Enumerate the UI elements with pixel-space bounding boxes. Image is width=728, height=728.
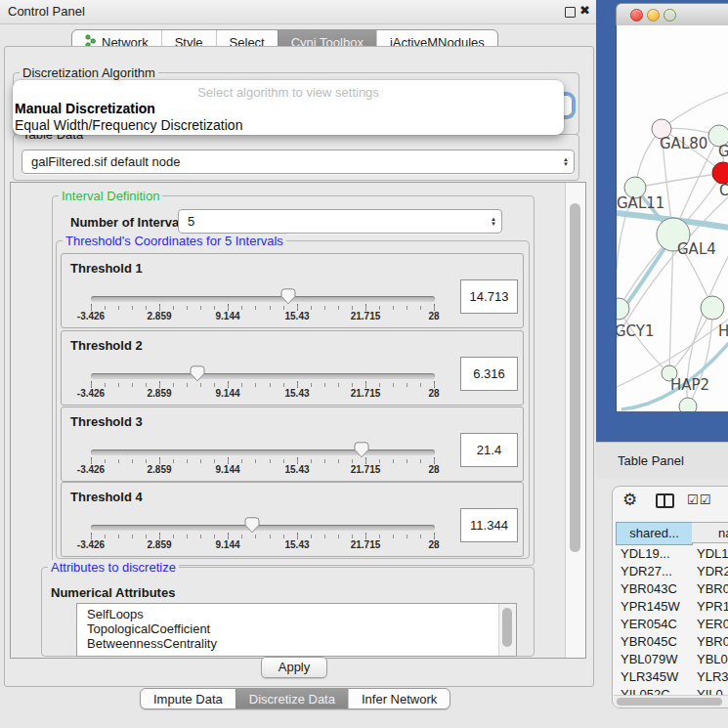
table-hscrollbar[interactable] bbox=[614, 695, 728, 707]
tick-label: -3.426 bbox=[77, 311, 105, 321]
settings-vscrollbar[interactable] bbox=[565, 183, 585, 658]
tab-infer-network-label: Infer Network bbox=[362, 692, 437, 707]
tick-label: 2.859 bbox=[147, 311, 171, 321]
network-window-titlebar[interactable] bbox=[616, 3, 728, 27]
threshold-4-value[interactable]: 11.344 bbox=[460, 508, 518, 542]
threshold-1-label: Threshold 1 bbox=[70, 261, 143, 276]
label-hap2: HAP2 bbox=[670, 376, 709, 394]
label-gcy1: GCY1 bbox=[617, 322, 655, 340]
tab-discretize-data-label: Discretize Data bbox=[249, 692, 335, 707]
tick-label: 15.43 bbox=[284, 539, 309, 550]
apply-button[interactable]: Apply bbox=[261, 657, 327, 678]
slider-tick-labels: -3.426 2.859 9.144 15.43 21.715 28 bbox=[91, 311, 435, 322]
screenshot-root: Control Panel ✖ Network Style Select Cyn… bbox=[0, 0, 728, 728]
tick-label: 21.715 bbox=[351, 464, 381, 475]
tab-discretize-data[interactable]: Discretize Data bbox=[236, 689, 348, 708]
table-row[interactable]: YDR27...YDR2 bbox=[613, 563, 728, 580]
popup-option-manual-discretization[interactable]: Manual Discretization bbox=[15, 101, 155, 116]
minimize-window-icon[interactable] bbox=[647, 9, 660, 21]
cell: YBR0 bbox=[697, 580, 728, 598]
threshold-4-slider[interactable] bbox=[91, 525, 435, 531]
cell: YER0 bbox=[697, 616, 728, 633]
tick-label: 21.715 bbox=[351, 388, 381, 399]
table-rows[interactable]: YDL19...YDL1 YDR27...YDR2 YBR043CYBR0 YP… bbox=[613, 545, 728, 695]
table-data-group: Table Data galFiltered.sif default node … bbox=[13, 134, 579, 181]
threshold-2-value[interactable]: 6.316 bbox=[460, 357, 518, 391]
table-row[interactable]: YBL079WYBL0 bbox=[613, 651, 728, 668]
table-hscrollbar-thumb[interactable] bbox=[617, 698, 722, 706]
list-item[interactable]: TopologicalCoefficient bbox=[77, 621, 516, 636]
tick-label: 28 bbox=[428, 464, 439, 475]
attributes-list-scrollbar-thumb[interactable] bbox=[502, 608, 512, 647]
network-canvas[interactable]: GAL80 G C GAL11 GAL4 GCY1 H HAP2 bbox=[616, 25, 728, 411]
threshold-3-slider[interactable] bbox=[91, 450, 435, 455]
close-icon[interactable]: ✖ bbox=[579, 3, 590, 18]
cell: YBR045C bbox=[613, 633, 697, 651]
cell: YIL0 bbox=[697, 686, 723, 695]
threshold-4-slider-thumb[interactable] bbox=[244, 517, 260, 534]
tick-label: -3.426 bbox=[77, 388, 105, 399]
combo-stepper-icon: ▲▼ bbox=[558, 157, 574, 167]
numerical-attributes-list[interactable]: SelfLoops TopologicalCoefficient Between… bbox=[76, 603, 517, 657]
cell: YLR345W bbox=[613, 668, 697, 686]
threshold-1-slider[interactable] bbox=[91, 296, 435, 302]
close-window-icon[interactable] bbox=[630, 9, 643, 21]
attributes-list-scrollbar[interactable] bbox=[498, 604, 516, 656]
cell: YDR2 bbox=[697, 563, 728, 580]
cell: YER054C bbox=[613, 616, 697, 633]
cell: YDL1 bbox=[697, 545, 728, 563]
table-row[interactable]: YDL19...YDL1 bbox=[613, 545, 728, 563]
tab-impute-data[interactable]: Impute Data bbox=[141, 689, 236, 708]
table-row[interactable]: YBR043CYBR0 bbox=[613, 580, 728, 598]
column-header-name[interactable]: na bbox=[692, 522, 728, 543]
label-gal4: GAL4 bbox=[677, 240, 716, 258]
threshold-2-slider-thumb[interactable] bbox=[190, 365, 205, 382]
tick-label: 15.43 bbox=[284, 388, 309, 399]
threshold-1-value[interactable]: 14.713 bbox=[460, 279, 518, 314]
split-table-icon[interactable] bbox=[656, 493, 674, 508]
table-row[interactable]: YER054CYER0 bbox=[613, 616, 728, 633]
settings-vscrollbar-thumb[interactable] bbox=[570, 203, 580, 552]
interval-definition-title: Interval Definition bbox=[59, 189, 162, 203]
list-item[interactable]: BetweennessCentrality bbox=[77, 636, 516, 651]
tick-label: 28 bbox=[428, 388, 439, 399]
table-row[interactable]: YBR045CYBR0 bbox=[613, 633, 728, 651]
label-gal11: GAL11 bbox=[617, 194, 664, 212]
threshold-3-value[interactable]: 21.4 bbox=[460, 433, 518, 467]
threshold-2-slider[interactable] bbox=[91, 373, 435, 379]
bottom-tabstrip: Impute Data Discretize Data Infer Networ… bbox=[140, 688, 450, 709]
slider-minor-ticks bbox=[91, 306, 435, 310]
list-item[interactable]: SelfLoops bbox=[77, 607, 516, 621]
table-row[interactable]: YIL052CYIL0 bbox=[613, 686, 728, 695]
table-data-combobox[interactable]: galFiltered.sif default node ▲▼ bbox=[21, 150, 575, 174]
cell: YDR27... bbox=[613, 563, 697, 580]
table-row[interactable]: YLR345WYLR3 bbox=[613, 668, 728, 686]
numerical-attributes-label: Numerical Attributes bbox=[51, 585, 175, 600]
column-header-shared-name[interactable]: shared... bbox=[616, 522, 693, 545]
threshold-2-panel: Threshold 2 -3.426 2.859 9.144 15.43 21.… bbox=[61, 330, 524, 406]
slider-tick-labels: -3.426 2.859 9.144 15.43 21.715 28 bbox=[91, 464, 435, 476]
algorithm-group-title: Discretization Algorithm bbox=[20, 65, 158, 80]
gear-icon[interactable]: ⚙ bbox=[622, 490, 637, 510]
tab-infer-network[interactable]: Infer Network bbox=[348, 689, 450, 708]
float-window-icon[interactable] bbox=[565, 7, 576, 18]
num-intervals-label: Number of Intervals bbox=[70, 215, 190, 230]
attributes-group-title: Attributes to discretize bbox=[48, 560, 179, 575]
threshold-1-slider-thumb[interactable] bbox=[280, 288, 296, 305]
num-intervals-combobox[interactable]: 5 ▲▼ bbox=[178, 209, 502, 234]
table-panel-header: Table Panel bbox=[596, 442, 728, 480]
tab-impute-data-label: Impute Data bbox=[153, 692, 223, 707]
table-row[interactable]: YPR145WYPR1 bbox=[613, 598, 728, 616]
threshold-3-panel: Threshold 3 -3.426 2.859 9.144 15.43 21.… bbox=[61, 407, 524, 482]
zoom-window-icon[interactable] bbox=[664, 9, 676, 21]
threshold-3-slider-thumb[interactable] bbox=[354, 442, 369, 458]
column-checkboxes-icon[interactable]: ☑☑ bbox=[687, 492, 711, 507]
tick-label: 2.859 bbox=[147, 464, 171, 475]
popup-option-equal-width-frequency[interactable]: Equal Width/Frequency Discretization bbox=[15, 117, 242, 133]
cell: YPR145W bbox=[613, 598, 697, 616]
algorithm-popup-hint: Select algorithm to view settings bbox=[13, 85, 564, 100]
threshold-3-label: Threshold 3 bbox=[70, 414, 143, 429]
node-right[interactable] bbox=[701, 296, 724, 320]
node-partial-bottom[interactable] bbox=[679, 398, 697, 411]
tick-label: 9.144 bbox=[215, 311, 239, 321]
